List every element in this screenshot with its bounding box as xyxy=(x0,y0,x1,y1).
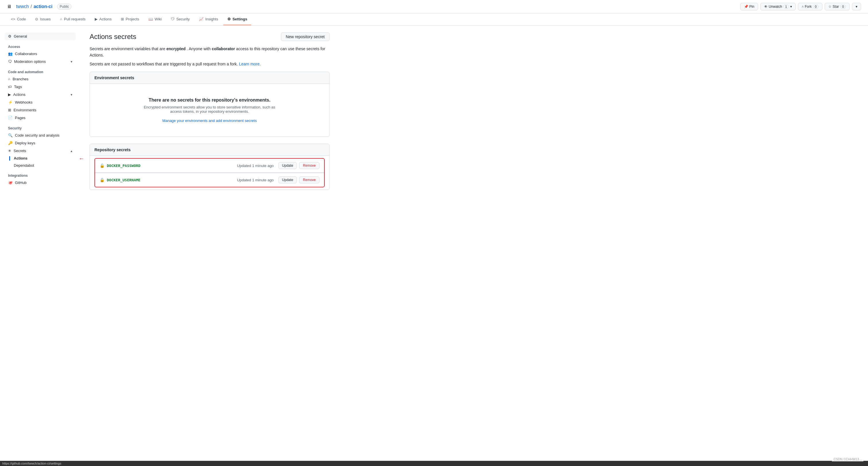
sidebar-item-pages[interactable]: 📄 Pages xyxy=(5,114,76,122)
sidebar-item-secrets[interactable]: ✳ Secrets ▴ xyxy=(5,147,76,155)
key-icon: 🔑 xyxy=(8,141,12,145)
sidebar-item-github[interactable]: 🐙 GitHub xyxy=(5,179,76,187)
topbar: 🖥 twwch / action-ci Public 📌 Pin 👁 Unwat… xyxy=(0,0,868,13)
env-secrets-header: Environment secrets xyxy=(90,72,329,84)
sidebar-section-code-automation: Code and automation xyxy=(5,68,76,75)
lock-icon: 🔒 xyxy=(100,178,104,182)
chevron-up-icon: ▴ xyxy=(71,149,72,153)
learn-more-link[interactable]: Learn more xyxy=(239,62,260,66)
topbar-actions: 📌 Pin 👁 Unwatch 1 ▾ ⑃ Fork 0 ☆ Star 0 ▾ xyxy=(740,3,861,10)
statusbar-url: https://github.com/twwch/action-ci/setti… xyxy=(2,462,61,463)
tag-icon: 🏷 xyxy=(8,85,12,89)
sidebar-item-deploy-keys[interactable]: 🔑 Deploy keys xyxy=(5,139,76,147)
update-button[interactable]: Update xyxy=(278,177,297,183)
shield-icon: 🔍 xyxy=(8,133,12,137)
insights-icon: 📈 xyxy=(199,17,204,21)
issues-icon: ⊙ xyxy=(35,17,38,21)
sidebar-item-moderation[interactable]: 🗨 Moderation options ▾ xyxy=(5,58,76,65)
fork-icon: ⑃ xyxy=(802,5,804,9)
webhook-icon: ⚡ xyxy=(8,100,12,104)
repo-name[interactable]: action-ci xyxy=(34,4,53,9)
star-button[interactable]: ☆ Star 0 xyxy=(825,3,849,10)
watermark: CSDN ©CHHW13... xyxy=(832,457,863,461)
unwatch-count: 1 xyxy=(783,5,789,9)
sidebar-item-webhooks[interactable]: ⚡ Webhooks xyxy=(5,98,76,106)
sidebar-item-branches[interactable]: ⑃ Branches xyxy=(5,75,76,83)
security-icon: 🛡 xyxy=(171,17,175,21)
actions-icon: ▶ xyxy=(95,17,98,21)
layout: ⚙ General Access 👥 Collaborators 🗨 Moder… xyxy=(0,26,868,463)
more-options-button[interactable]: ▾ xyxy=(852,3,861,10)
sidebar-subitem-dependabot[interactable]: Dependabot xyxy=(5,162,76,169)
manage-environments-link[interactable]: Manage your environments and add environ… xyxy=(162,119,257,123)
sidebar: ⚙ General Access 👥 Collaborators 🗨 Moder… xyxy=(0,26,81,463)
secret-actions: Update Remove xyxy=(278,162,319,169)
unwatch-button[interactable]: 👁 Unwatch 1 ▾ xyxy=(761,3,796,10)
fork-count: 0 xyxy=(813,5,818,9)
moderation-icon: 🗨 xyxy=(8,59,12,64)
statusbar: https://github.com/twwch/action-ci/setti… xyxy=(0,461,868,463)
tab-settings[interactable]: ⚙ Settings xyxy=(223,13,251,25)
update-button[interactable]: Update xyxy=(278,162,297,169)
tab-code[interactable]: <> Code xyxy=(7,13,30,25)
secret-actions: Update Remove xyxy=(278,177,319,183)
tab-pull-requests[interactable]: ⑃ Pull requests xyxy=(56,13,90,25)
actions-sidebar-icon: ▶ xyxy=(8,92,11,97)
pr-icon: ⑃ xyxy=(60,17,62,21)
secret-row-docker-password: 🔒 DOCKER_PASSWORD Updated 1 minute ago U… xyxy=(95,159,324,173)
branch-icon: ⑃ xyxy=(8,77,10,81)
secret-row-docker-username: 🔒 DOCKER_USERNAME Updated 1 minute ago U… xyxy=(95,173,324,187)
secret-name: DOCKER_PASSWORD xyxy=(107,163,141,168)
tab-issues[interactable]: ⊙ Issues xyxy=(31,13,55,25)
github-icon: 🐙 xyxy=(8,181,12,185)
description: Secrets are environment variables that a… xyxy=(90,45,330,67)
gear-icon: ⚙ xyxy=(8,34,11,38)
main-content: Actions secrets New repository secret Se… xyxy=(81,26,339,463)
chevron-down-icon: ▾ xyxy=(71,93,72,97)
repo-secrets-section: Repository secrets 🔒 DOCKER_PASSWORD Upd… xyxy=(90,144,330,190)
secret-name-wrap: 🔒 DOCKER_USERNAME xyxy=(100,178,141,182)
wiki-icon: 📖 xyxy=(148,17,153,21)
sidebar-item-collaborators[interactable]: 👥 Collaborators xyxy=(5,50,76,58)
tab-insights[interactable]: 📈 Insights xyxy=(195,13,222,25)
page-title: Actions secrets xyxy=(90,33,136,41)
secret-name-wrap: 🔒 DOCKER_PASSWORD xyxy=(100,163,141,168)
tab-wiki[interactable]: 📖 Wiki xyxy=(144,13,166,25)
tab-security[interactable]: 🛡 Security xyxy=(167,13,194,25)
secret-updated: Updated 1 minute ago xyxy=(237,163,274,168)
code-icon: <> xyxy=(11,17,15,21)
sidebar-section-integrations: Integrations xyxy=(5,171,76,179)
pin-button[interactable]: 📌 Pin xyxy=(740,3,758,10)
projects-icon: ⊞ xyxy=(121,17,124,21)
sidebar-item-general[interactable]: ⚙ General xyxy=(5,32,76,40)
sidebar-section-access: Access xyxy=(5,42,76,50)
secret-name: DOCKER_USERNAME xyxy=(107,178,141,182)
new-secret-button[interactable]: New repository secret xyxy=(281,32,330,41)
eye-icon: 👁 xyxy=(764,5,768,9)
tab-actions[interactable]: ▶ Actions xyxy=(91,13,116,25)
fork-button[interactable]: ⑃ Fork 0 xyxy=(798,3,823,10)
sidebar-item-actions[interactable]: ▶ Actions ▾ xyxy=(5,91,76,98)
sidebar-item-code-security[interactable]: 🔍 Code security and analysis xyxy=(5,131,76,139)
sidebar-item-tags[interactable]: 🏷 Tags xyxy=(5,83,76,91)
page-header: Actions secrets New repository secret xyxy=(90,32,330,41)
secret-updated: Updated 1 minute ago xyxy=(237,178,274,182)
arrow-indicator: ← xyxy=(79,155,84,161)
env-secrets-body: There are no secrets for this repository… xyxy=(90,84,329,136)
remove-button[interactable]: Remove xyxy=(299,162,319,169)
sidebar-item-environments[interactable]: ⊞ Environments xyxy=(5,106,76,114)
secrets-icon: ✳ xyxy=(8,149,11,153)
environment-secrets-section: Environment secrets There are no secrets… xyxy=(90,72,330,137)
repo-icon: 🖥 xyxy=(7,4,11,9)
pages-icon: 📄 xyxy=(8,116,12,120)
env-empty-title: There are no secrets for this repository… xyxy=(101,98,318,103)
repo-owner[interactable]: twwch xyxy=(16,4,29,9)
lock-icon: 🔒 xyxy=(100,163,104,168)
env-empty-state: There are no secrets for this repository… xyxy=(94,91,324,130)
highlighted-secrets-box: 🔒 DOCKER_PASSWORD Updated 1 minute ago U… xyxy=(94,158,324,187)
settings-icon: ⚙ xyxy=(227,17,231,21)
sidebar-subitem-actions[interactable]: Actions ← xyxy=(5,155,76,162)
pin-icon: 📌 xyxy=(744,5,748,9)
remove-button[interactable]: Remove xyxy=(299,177,319,183)
tab-projects[interactable]: ⊞ Projects xyxy=(117,13,143,25)
